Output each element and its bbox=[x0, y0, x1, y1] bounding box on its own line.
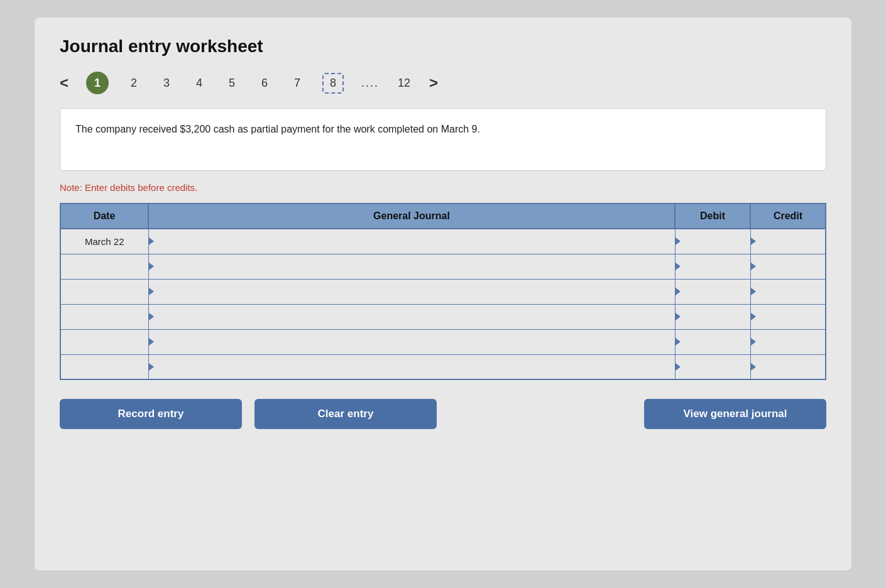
journal-input-5[interactable] bbox=[149, 355, 675, 379]
triangle-marker-icon bbox=[675, 263, 681, 270]
triangle-marker-icon bbox=[149, 263, 154, 270]
view-general-journal-button[interactable]: View general journal bbox=[644, 399, 826, 429]
date-cell-5 bbox=[60, 354, 148, 379]
triangle-marker-icon bbox=[675, 338, 681, 346]
next-arrow[interactable]: > bbox=[429, 74, 438, 92]
credit-cell-0[interactable] bbox=[750, 229, 826, 254]
credit-input-4[interactable] bbox=[751, 330, 826, 354]
triangle-marker-icon bbox=[751, 363, 756, 371]
credit-cell-2[interactable] bbox=[750, 279, 826, 304]
table-row bbox=[60, 279, 826, 304]
debit-input-2[interactable] bbox=[675, 280, 750, 304]
clear-entry-button[interactable]: Clear entry bbox=[254, 399, 437, 429]
journal-cell-3[interactable] bbox=[148, 304, 675, 329]
header-general: General Journal bbox=[148, 204, 675, 229]
date-cell-2 bbox=[60, 279, 148, 304]
debit-input-4[interactable] bbox=[675, 330, 750, 354]
triangle-marker-icon bbox=[675, 288, 681, 295]
journal-input-4[interactable] bbox=[149, 330, 675, 354]
triangle-marker-icon bbox=[751, 237, 756, 245]
triangle-marker-icon bbox=[149, 288, 154, 295]
triangle-marker-icon bbox=[751, 288, 756, 295]
date-cell-0: March 22 bbox=[60, 229, 148, 254]
page-6[interactable]: 6 bbox=[257, 77, 272, 90]
date-cell-1 bbox=[60, 254, 148, 279]
page-8[interactable]: 8 bbox=[322, 73, 344, 94]
buttons-row: Record entry Clear entry View general jo… bbox=[60, 399, 826, 429]
page-3[interactable]: 3 bbox=[159, 77, 174, 90]
header-credit: Credit bbox=[750, 204, 826, 229]
debit-input-1[interactable] bbox=[675, 254, 750, 279]
table-row bbox=[60, 304, 826, 329]
page-title: Journal entry worksheet bbox=[60, 36, 826, 57]
debit-cell-2[interactable] bbox=[675, 279, 750, 304]
note-text: Note: Enter debits before credits. bbox=[60, 182, 826, 193]
debit-cell-3[interactable] bbox=[675, 304, 750, 329]
debit-input-3[interactable] bbox=[675, 305, 750, 329]
table-row bbox=[60, 354, 826, 379]
debit-cell-0[interactable] bbox=[675, 229, 750, 254]
page-12[interactable]: 12 bbox=[397, 77, 412, 90]
description-text: The company received $3,200 cash as part… bbox=[75, 121, 811, 138]
page-1[interactable]: 1 bbox=[86, 72, 109, 94]
journal-input-2[interactable] bbox=[149, 280, 675, 304]
triangle-marker-icon bbox=[675, 237, 681, 245]
debit-cell-1[interactable] bbox=[675, 254, 750, 279]
journal-input-1[interactable] bbox=[149, 254, 675, 279]
header-date: Date bbox=[60, 204, 148, 229]
description-box: The company received $3,200 cash as part… bbox=[60, 108, 826, 171]
page-4[interactable]: 4 bbox=[192, 77, 207, 90]
triangle-marker-icon bbox=[675, 363, 681, 371]
page-7[interactable]: 7 bbox=[290, 77, 305, 90]
page-5[interactable]: 5 bbox=[224, 77, 239, 90]
debit-cell-4[interactable] bbox=[675, 329, 750, 354]
debit-input-0[interactable] bbox=[675, 229, 750, 254]
credit-cell-5[interactable] bbox=[750, 354, 826, 379]
journal-input-0[interactable] bbox=[149, 229, 675, 254]
triangle-marker-icon bbox=[149, 237, 154, 245]
header-debit: Debit bbox=[675, 204, 750, 229]
journal-input-3[interactable] bbox=[149, 305, 675, 329]
credit-input-2[interactable] bbox=[751, 280, 826, 304]
journal-cell-1[interactable] bbox=[148, 254, 675, 279]
debit-cell-5[interactable] bbox=[675, 354, 750, 379]
triangle-marker-icon bbox=[149, 338, 154, 346]
prev-arrow[interactable]: < bbox=[60, 74, 68, 92]
credit-cell-1[interactable] bbox=[750, 254, 826, 279]
debit-input-5[interactable] bbox=[675, 355, 750, 379]
table-row: March 22 bbox=[60, 229, 826, 254]
credit-cell-4[interactable] bbox=[750, 329, 826, 354]
date-cell-3 bbox=[60, 304, 148, 329]
journal-cell-5[interactable] bbox=[148, 354, 675, 379]
journal-table: Date General Journal Debit Credit March … bbox=[60, 203, 826, 380]
credit-input-1[interactable] bbox=[751, 254, 826, 279]
page-2[interactable]: 2 bbox=[126, 77, 141, 90]
triangle-marker-icon bbox=[675, 313, 681, 320]
journal-cell-0[interactable] bbox=[148, 229, 675, 254]
journal-cell-4[interactable] bbox=[148, 329, 675, 354]
triangle-marker-icon bbox=[149, 363, 154, 371]
ellipsis: .... bbox=[361, 77, 379, 90]
triangle-marker-icon bbox=[149, 313, 154, 320]
table-row bbox=[60, 329, 826, 354]
pagination: < 1 2 3 4 5 6 7 8 .... 12 > bbox=[60, 72, 826, 94]
credit-input-0[interactable] bbox=[751, 229, 826, 254]
table-row bbox=[60, 254, 826, 279]
credit-input-3[interactable] bbox=[751, 305, 826, 329]
record-entry-button[interactable]: Record entry bbox=[60, 399, 242, 429]
credit-input-5[interactable] bbox=[751, 355, 826, 379]
main-container: Journal entry worksheet < 1 2 3 4 5 6 7 … bbox=[35, 18, 851, 570]
triangle-marker-icon bbox=[751, 263, 756, 270]
journal-cell-2[interactable] bbox=[148, 279, 675, 304]
triangle-marker-icon bbox=[751, 313, 756, 320]
credit-cell-3[interactable] bbox=[750, 304, 826, 329]
date-cell-4 bbox=[60, 329, 148, 354]
triangle-marker-icon bbox=[751, 338, 756, 346]
